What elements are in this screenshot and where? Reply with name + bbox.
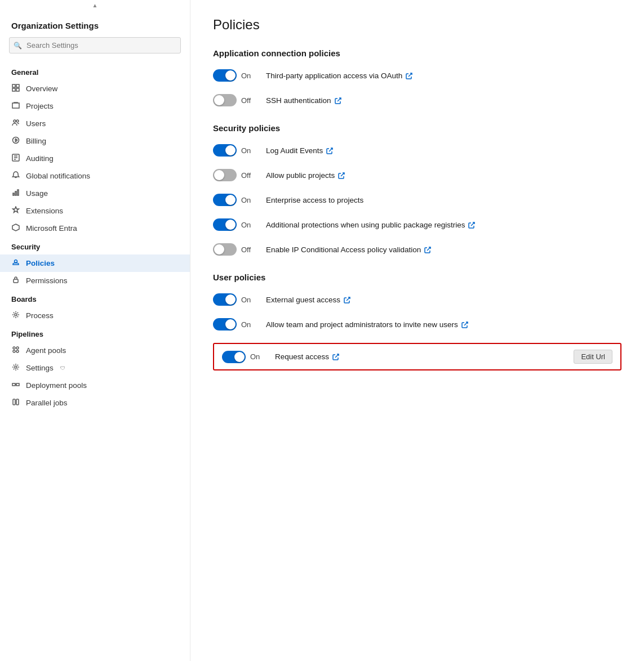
sidebar-item-billing[interactable]: Billing xyxy=(0,132,190,150)
policy-row-enterprise-access: OnEnterprise access to projects xyxy=(213,194,621,206)
sidebar-item-projects[interactable]: Projects xyxy=(0,97,190,115)
sidebar-item-label-global-notifications: Global notifications xyxy=(26,172,90,180)
svg-rect-2 xyxy=(12,88,15,91)
toggle-package-registries[interactable] xyxy=(213,218,237,231)
policy-link-ssh[interactable] xyxy=(335,96,341,104)
svg-point-19 xyxy=(13,347,15,349)
toggle-oauth[interactable] xyxy=(213,69,237,82)
policy-link-public-projects[interactable] xyxy=(338,171,345,179)
sidebar-item-label-overview: Overview xyxy=(26,84,57,93)
sidebar-item-deployment-pools[interactable]: Deployment pools xyxy=(0,377,190,394)
search-input[interactable] xyxy=(9,37,181,53)
main-content: Policies Application connection policies… xyxy=(190,0,644,661)
sidebar-item-label-agent-pools: Agent pools xyxy=(26,346,66,355)
sidebar-item-overview[interactable]: Overview xyxy=(0,80,190,97)
toggle-log-audit[interactable] xyxy=(213,144,237,157)
svg-rect-27 xyxy=(13,399,15,405)
sidebar-item-label-auditing: Auditing xyxy=(26,154,54,163)
policy-text-ssh: SSH authentication xyxy=(266,96,621,105)
sidebar-item-agent-pools[interactable]: Agent pools xyxy=(0,342,190,359)
search-box: 🔍 xyxy=(9,37,181,53)
svg-rect-28 xyxy=(16,399,19,405)
sidebar-item-label-usage: Usage xyxy=(26,189,48,198)
svg-line-34 xyxy=(427,247,430,251)
svg-rect-13 xyxy=(15,191,16,195)
sidebar-item-settings[interactable]: Settings🛡 xyxy=(0,359,190,377)
svg-rect-25 xyxy=(16,383,19,386)
svg-line-31 xyxy=(329,148,332,151)
sidebar-item-parallel-jobs[interactable]: Parallel jobs xyxy=(0,394,190,412)
sidebar-item-label-process: Process xyxy=(26,311,54,320)
svg-rect-1 xyxy=(16,84,19,87)
svg-line-32 xyxy=(341,173,344,176)
policy-row-external-guest: OnExternal guest access xyxy=(213,293,621,306)
microsoft-entra-icon xyxy=(11,224,20,233)
policy-sections: Application connection policiesOnThird-p… xyxy=(213,48,621,370)
deployment-pools-icon xyxy=(11,381,20,390)
sidebar-item-permissions[interactable]: Permissions xyxy=(0,272,190,289)
permissions-icon xyxy=(11,276,20,285)
sidebar-item-label-billing: Billing xyxy=(26,137,46,145)
policy-text-log-audit: Log Audit Events xyxy=(266,146,621,155)
toggle-request-access[interactable] xyxy=(222,351,246,363)
svg-point-5 xyxy=(14,120,16,122)
policy-row-invite-users: OnAllow team and project administrators … xyxy=(213,318,621,331)
toggle-label-oauth: On xyxy=(241,72,254,80)
svg-line-37 xyxy=(335,354,339,358)
policy-row-package-registries: OnAdditional protections when using publ… xyxy=(213,218,621,231)
usage-icon xyxy=(11,189,20,198)
policy-link-ip-conditional[interactable] xyxy=(424,245,431,253)
toggle-label-request-access: On xyxy=(250,352,263,361)
toggle-ssh[interactable] xyxy=(213,94,237,106)
projects-icon xyxy=(11,101,20,111)
settings-icon xyxy=(11,363,20,373)
sidebar-section-boards: Boards xyxy=(0,289,190,307)
policy-link-log-audit[interactable] xyxy=(326,146,333,154)
sidebar-item-label-policies: Policies xyxy=(26,259,55,267)
policy-section-user-policies: User policiesOnExternal guest accessOnAl… xyxy=(213,273,621,370)
sidebar-item-policies[interactable]: Policies xyxy=(0,254,190,272)
svg-line-29 xyxy=(408,73,412,77)
parallel-jobs-icon xyxy=(11,398,20,408)
sidebar-item-global-notifications[interactable]: Global notifications xyxy=(0,167,190,185)
policy-link-oauth[interactable] xyxy=(406,72,412,79)
policy-text-oauth: Third-party application access via OAuth xyxy=(266,72,621,80)
global-notifications-icon xyxy=(11,171,20,181)
toggle-external-guest[interactable] xyxy=(213,293,237,306)
section-title-application-connection: Application connection policies xyxy=(213,48,621,58)
svg-point-18 xyxy=(15,314,17,316)
sidebar-item-label-parallel-jobs: Parallel jobs xyxy=(26,399,68,407)
edit-url-button-request-access[interactable]: Edit Url xyxy=(574,350,612,364)
toggle-label-external-guest: On xyxy=(241,296,254,304)
svg-rect-24 xyxy=(12,383,15,386)
toggle-invite-users[interactable] xyxy=(213,318,237,331)
toggle-ip-conditional[interactable] xyxy=(213,243,237,256)
svg-point-20 xyxy=(16,347,19,349)
toggle-enterprise-access[interactable] xyxy=(213,194,237,206)
sidebar-item-usage[interactable]: Usage xyxy=(0,185,190,202)
policy-link-external-guest[interactable] xyxy=(344,296,350,303)
svg-point-16 xyxy=(15,260,17,263)
sidebar-item-auditing[interactable]: Auditing xyxy=(0,150,190,167)
policy-text-ip-conditional: Enable IP Conditional Access policy vali… xyxy=(266,245,621,254)
sidebar-item-label-extensions: Extensions xyxy=(26,207,63,215)
sidebar-item-label-settings: Settings xyxy=(26,364,54,372)
policy-text-package-registries: Additional protections when using public… xyxy=(266,221,621,229)
svg-point-6 xyxy=(16,120,19,122)
agent-pools-icon xyxy=(11,346,20,355)
policy-link-package-registries[interactable] xyxy=(468,221,475,229)
policy-link-invite-users[interactable] xyxy=(461,320,468,328)
policies-icon xyxy=(11,258,20,268)
toggle-label-package-registries: On xyxy=(241,221,254,229)
policy-text-enterprise-access: Enterprise access to projects xyxy=(266,196,621,204)
sidebar-item-extensions[interactable]: Extensions xyxy=(0,202,190,220)
policy-text-request-access: Request access xyxy=(275,352,560,361)
scroll-indicator: ▲ xyxy=(0,0,190,11)
toggle-public-projects[interactable] xyxy=(213,169,237,181)
policy-link-request-access[interactable] xyxy=(332,353,339,361)
svg-rect-4 xyxy=(12,103,19,108)
sidebar-item-microsoft-entra[interactable]: Microsoft Entra xyxy=(0,220,190,237)
sidebar-item-users[interactable]: Users xyxy=(0,115,190,132)
sidebar-item-process[interactable]: Process xyxy=(0,307,190,324)
svg-point-23 xyxy=(15,366,17,368)
